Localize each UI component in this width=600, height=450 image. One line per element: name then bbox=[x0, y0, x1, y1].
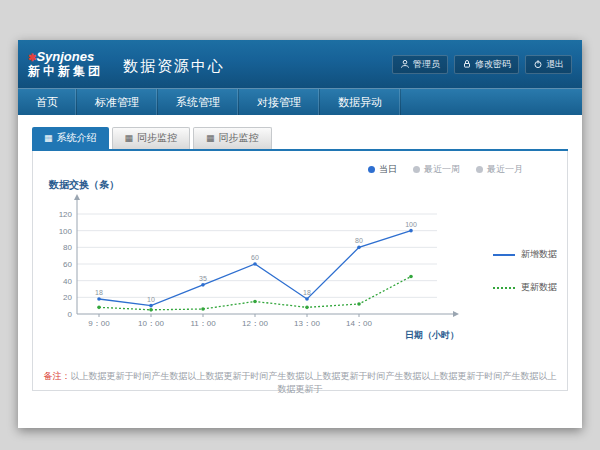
grid-icon: ▦ bbox=[44, 133, 53, 143]
nav-item-standard-mgmt[interactable]: 标准管理 bbox=[77, 89, 158, 115]
svg-text:日期（小时）: 日期（小时） bbox=[405, 330, 459, 340]
admin-button[interactable]: 管理员 bbox=[392, 55, 448, 74]
svg-text:100: 100 bbox=[59, 227, 73, 236]
app-header: ✱Synjones 新中新集团 数据资源中心 管理员 bbox=[18, 40, 582, 88]
svg-text:18: 18 bbox=[303, 289, 311, 296]
nav-item-interface-mgmt[interactable]: 对接管理 bbox=[239, 89, 320, 115]
svg-text:80: 80 bbox=[355, 237, 363, 244]
user-icon bbox=[400, 59, 410, 69]
range-filter-legend: 当日 最近一周 最近一月 bbox=[43, 163, 523, 176]
logout-button[interactable]: 退出 bbox=[525, 55, 572, 74]
nav-item-home[interactable]: 首页 bbox=[18, 89, 77, 115]
filter-label: 最近一月 bbox=[487, 163, 523, 176]
content-area: ▦ 系统介绍 ▦ 同步监控 ▦ 同步监控 当日 bbox=[18, 115, 582, 391]
nav-item-system-mgmt[interactable]: 系统管理 bbox=[158, 89, 239, 115]
logo-text: ✱Synjones bbox=[28, 50, 103, 64]
main-nav: 首页 标准管理 系统管理 对接管理 数据异动 bbox=[18, 88, 582, 115]
note-prefix: 备注： bbox=[44, 371, 71, 381]
legend-updated-data[interactable]: 更新数据 bbox=[493, 281, 557, 294]
grid-icon: ▦ bbox=[206, 133, 215, 143]
tab-sync-monitor-1[interactable]: ▦ 同步监控 bbox=[112, 127, 191, 149]
svg-text:60: 60 bbox=[251, 254, 259, 261]
tab-system-intro[interactable]: ▦ 系统介绍 bbox=[32, 127, 109, 149]
svg-text:12：00: 12：00 bbox=[242, 319, 268, 328]
company-name: 新中新集团 bbox=[28, 65, 103, 78]
admin-label: 管理员 bbox=[413, 58, 440, 71]
tab-label: 系统介绍 bbox=[57, 131, 97, 145]
svg-text:80: 80 bbox=[63, 243, 72, 252]
note-text: 以上数据更新于时间产生数据以上数据更新于时间产生数据以上数据更新于时间产生数据以… bbox=[71, 371, 557, 394]
change-password-button[interactable]: 修改密码 bbox=[454, 55, 519, 74]
svg-text:120: 120 bbox=[59, 210, 73, 219]
svg-text:13：00: 13：00 bbox=[294, 319, 320, 328]
svg-text:35: 35 bbox=[199, 275, 207, 282]
svg-text:10: 10 bbox=[147, 296, 155, 303]
dot-icon bbox=[476, 166, 483, 173]
y-axis-title: 数据交换（条） bbox=[49, 178, 557, 192]
svg-text:0: 0 bbox=[68, 310, 73, 319]
filter-today[interactable]: 当日 bbox=[368, 163, 397, 176]
filter-label: 当日 bbox=[379, 163, 397, 176]
nav-item-data-change[interactable]: 数据异动 bbox=[320, 89, 401, 115]
tab-label: 同步监控 bbox=[137, 131, 177, 145]
line-sample-icon bbox=[493, 254, 515, 256]
dot-icon bbox=[368, 166, 375, 173]
change-password-label: 修改密码 bbox=[475, 58, 511, 71]
grid-icon: ▦ bbox=[125, 133, 134, 143]
svg-text:18: 18 bbox=[95, 289, 103, 296]
user-menu: 管理员 修改密码 退出 bbox=[392, 55, 572, 74]
svg-text:100: 100 bbox=[405, 221, 417, 228]
svg-text:14：00: 14：00 bbox=[346, 319, 372, 328]
power-icon bbox=[533, 59, 543, 69]
page-title: 数据资源中心 bbox=[123, 53, 225, 76]
svg-text:40: 40 bbox=[63, 277, 72, 286]
filter-last-week[interactable]: 最近一周 bbox=[413, 163, 460, 176]
app-window: ✱Synjones 新中新集团 数据资源中心 管理员 bbox=[18, 40, 582, 428]
svg-text:20: 20 bbox=[63, 293, 72, 302]
brand-logo: ✱Synjones 新中新集团 bbox=[28, 50, 103, 77]
legend-label: 新增数据 bbox=[521, 248, 557, 261]
tab-bar: ▦ 系统介绍 ▦ 同步监控 ▦ 同步监控 bbox=[32, 127, 568, 151]
tab-label: 同步监控 bbox=[219, 131, 259, 145]
svg-text:9：00: 9：00 bbox=[88, 319, 110, 328]
filter-label: 最近一周 bbox=[424, 163, 460, 176]
line-chart: 0204060801001209：0010：0011：0012：0013：001… bbox=[47, 192, 479, 344]
chart-panel: 当日 最近一周 最近一月 数据交换（条） 0204060801001209：00… bbox=[32, 151, 568, 391]
chart-area: 0204060801001209：0010：0011：0012：0013：001… bbox=[47, 192, 557, 348]
footer-note: 备注：以上数据更新于时间产生数据以上数据更新于时间产生数据以上数据更新于时间产生… bbox=[43, 370, 557, 396]
lock-icon bbox=[462, 59, 472, 69]
svg-text:10：00: 10：00 bbox=[138, 319, 164, 328]
logout-label: 退出 bbox=[546, 58, 564, 71]
svg-text:60: 60 bbox=[63, 260, 72, 269]
filter-last-month[interactable]: 最近一月 bbox=[476, 163, 523, 176]
line-sample-icon bbox=[493, 287, 515, 289]
legend-new-data[interactable]: 新增数据 bbox=[493, 248, 557, 261]
tab-sync-monitor-2[interactable]: ▦ 同步监控 bbox=[193, 127, 272, 149]
svg-text:11：00: 11：00 bbox=[190, 319, 216, 328]
desktop-background: ✱Synjones 新中新集团 数据资源中心 管理员 bbox=[0, 0, 600, 450]
legend-label: 更新数据 bbox=[521, 281, 557, 294]
series-legend: 新增数据 更新数据 bbox=[493, 248, 557, 294]
dot-icon bbox=[413, 166, 420, 173]
